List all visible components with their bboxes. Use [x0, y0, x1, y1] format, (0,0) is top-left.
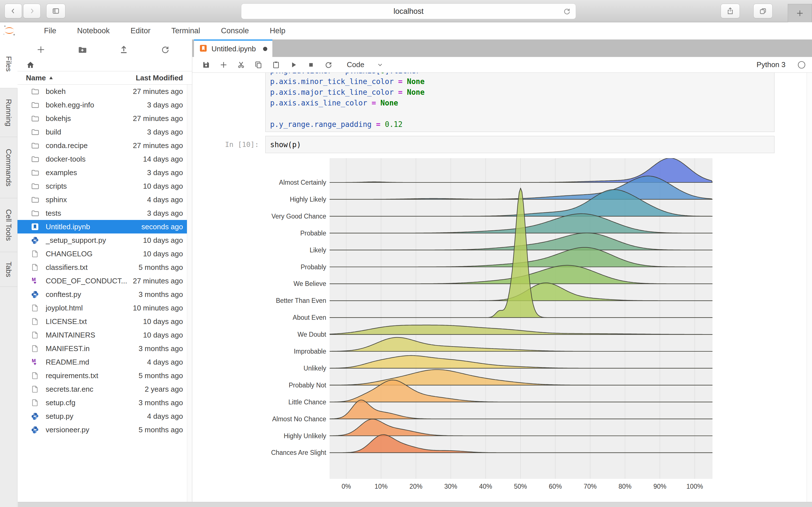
file-row[interactable]: sphinx4 days ago — [17, 193, 192, 207]
file-row[interactable]: MREADME.md4 days ago — [17, 355, 192, 369]
file-row[interactable]: MAINTAINERS10 days ago — [17, 328, 192, 342]
refresh-button[interactable] — [159, 44, 171, 56]
kernel-name[interactable]: Python 3 — [756, 60, 786, 69]
file-row[interactable]: examples3 days ago — [17, 166, 192, 179]
file-icon — [31, 263, 40, 272]
cell-type-select[interactable]: Code — [347, 60, 364, 69]
sidebar-tab-cell-tools[interactable]: Cell Tools — [0, 198, 17, 252]
file-icon — [31, 331, 40, 339]
save-button[interactable] — [197, 58, 215, 71]
browser-tab-overview-button[interactable] — [753, 4, 772, 18]
file-browser: Name Last Modified bokeh27 minutes agobo… — [17, 40, 192, 507]
notebook-scrollbar[interactable] — [807, 73, 812, 507]
file-list-scrollbar[interactable] — [187, 84, 192, 507]
sidebar-tab-files[interactable]: Files — [0, 40, 17, 88]
cell-type-chevron[interactable] — [377, 61, 384, 68]
restart-button[interactable] — [320, 58, 337, 71]
file-row[interactable]: bokehjs27 minutes ago — [17, 112, 192, 125]
sidebar-tab-commands[interactable]: Commands — [0, 137, 17, 198]
copy-button[interactable] — [250, 58, 267, 71]
home-button[interactable] — [24, 59, 37, 71]
browser-back-button[interactable] — [4, 4, 22, 18]
browser-sidebar-button[interactable] — [46, 4, 65, 18]
python-icon — [31, 290, 40, 299]
tab-untitled-ipynb[interactable]: Untitled.ipynb — [194, 40, 272, 57]
file-row[interactable]: conftest.py3 months ago — [17, 288, 192, 301]
file-row[interactable]: versioneer.py5 months ago — [17, 423, 192, 437]
file-row[interactable]: Untitled.ipynbseconds ago — [17, 220, 192, 233]
file-row[interactable]: scripts10 days ago — [17, 179, 192, 193]
menu-item-notebook[interactable]: Notebook — [77, 26, 110, 35]
file-row[interactable]: LICENSE.txt10 days ago — [17, 315, 192, 328]
file-row[interactable]: tests3 days ago — [17, 207, 192, 220]
reload-icon[interactable] — [563, 7, 571, 15]
file-row[interactable]: docker-tools14 days ago — [17, 152, 192, 166]
file-row[interactable]: CHANGELOG10 days ago — [17, 247, 192, 261]
code-cell-show[interactable]: show(p) — [265, 136, 774, 153]
stop-button[interactable] — [302, 58, 320, 71]
upload-button[interactable] — [118, 44, 130, 56]
address-bar[interactable]: localhost — [241, 3, 576, 19]
file-row[interactable]: MANIFEST.in3 months ago — [17, 342, 192, 355]
file-name: setup.py — [46, 412, 144, 421]
code-cell-scrolled[interactable]: p.xgrid.ticker = p.xaxis[0].tickerp.axis… — [265, 73, 774, 132]
markdown-icon: M — [31, 276, 40, 285]
kernel-indicator: Python 3 — [756, 60, 812, 69]
run-button[interactable] — [285, 58, 302, 71]
code-line: p.xgrid.ticker = p.xaxis[0].ticker — [270, 73, 774, 76]
file-row[interactable]: _setup_support.py10 days ago — [17, 233, 192, 247]
cut-button[interactable] — [232, 58, 250, 71]
folder-icon — [31, 114, 40, 123]
sidebar-tab-running[interactable]: Running — [0, 88, 17, 137]
paste-button[interactable] — [267, 58, 285, 71]
plus-button[interactable] — [35, 44, 47, 56]
column-last-modified[interactable]: Last Modified — [136, 73, 183, 82]
sidebar-tab-tabs[interactable]: Tabs — [0, 252, 17, 287]
browser-forward-button[interactable] — [23, 4, 41, 18]
menu-item-terminal[interactable]: Terminal — [171, 26, 200, 35]
file-row[interactable]: bokeh27 minutes ago — [17, 84, 192, 98]
code-line: p.axis.minor_tick_line_color = None — [270, 76, 774, 87]
x-tick-label: 70% — [584, 483, 596, 490]
file-row[interactable]: secrets.tar.enc2 years ago — [17, 382, 192, 396]
file-name: classifiers.txt — [46, 263, 135, 272]
file-icon — [31, 371, 40, 380]
file-name: setup.cfg — [46, 398, 135, 407]
column-name[interactable]: Name — [26, 73, 46, 82]
jupyterlab-in-safari: { "browser": { "url": "localhost", "butt… — [0, 0, 812, 507]
folder-icon — [31, 155, 40, 164]
file-modified-time: 5 months ago — [138, 263, 183, 272]
share-icon — [726, 7, 734, 15]
insert-button[interactable] — [215, 58, 232, 71]
file-name: versioneer.py — [46, 426, 135, 434]
folder-icon — [31, 168, 40, 177]
file-name: sphinx — [46, 195, 144, 204]
file-row[interactable]: setup.py4 days ago — [17, 409, 192, 423]
file-modified-time: 3 days ago — [147, 101, 183, 109]
file-row[interactable]: requirements.txt5 months ago — [17, 369, 192, 382]
python-icon — [31, 412, 40, 421]
file-row[interactable]: MCODE_OF_CONDUCT...27 minutes ago — [17, 274, 192, 288]
file-row[interactable]: build3 days ago — [17, 125, 192, 139]
file-name: scripts — [46, 182, 139, 190]
y-tick-label: About Even — [293, 314, 326, 321]
folder-icon — [31, 209, 40, 218]
bokeh-output: Almost CertainlyHighly LikelyVery Good C… — [254, 154, 733, 502]
file-row[interactable]: conda.recipe27 minutes ago — [17, 139, 192, 152]
file-row[interactable]: setup.cfg3 months ago — [17, 396, 192, 409]
horizontal-scrollbar-track[interactable] — [18, 502, 812, 507]
folder-icon — [31, 141, 40, 150]
menu-item-file[interactable]: File — [44, 26, 56, 35]
file-row[interactable]: bokeh.egg-info3 days ago — [17, 98, 192, 112]
kernel-status-icon[interactable] — [797, 61, 806, 69]
file-modified-time: 4 days ago — [147, 195, 183, 204]
file-row[interactable]: joyplot.html10 minutes ago — [17, 301, 192, 315]
menu-item-console[interactable]: Console — [221, 26, 249, 35]
menu-item-help[interactable]: Help — [270, 26, 286, 35]
file-row[interactable]: classifiers.txt5 months ago — [17, 261, 192, 274]
browser-share-button[interactable] — [721, 4, 740, 18]
browser-new-tab-button[interactable] — [788, 4, 812, 22]
menu-item-editor[interactable]: Editor — [130, 26, 151, 35]
jupyter-logo-icon — [2, 24, 16, 38]
new-folder-button[interactable] — [76, 44, 89, 56]
